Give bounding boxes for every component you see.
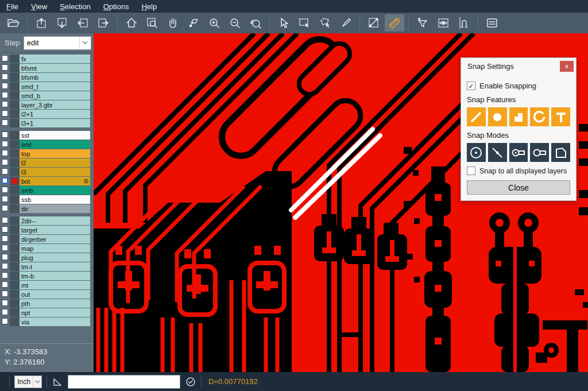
layer-name-label[interactable]: bot⊞ bbox=[20, 177, 90, 185]
layer-row[interactable]: l3 bbox=[0, 168, 94, 176]
snap-feature-pad-button[interactable] bbox=[488, 107, 507, 126]
layer-visibility-checkbox[interactable] bbox=[2, 101, 8, 107]
layer-visibility-checkbox[interactable] bbox=[2, 150, 8, 156]
zoom-out-button[interactable] bbox=[225, 14, 245, 32]
layer-visibility-checkbox[interactable] bbox=[2, 254, 8, 260]
layer-name-label[interactable]: smt bbox=[20, 140, 90, 149]
layer-visibility-checkbox[interactable] bbox=[2, 217, 8, 223]
chevron-down-icon[interactable] bbox=[79, 37, 91, 49]
layer-row[interactable]: 2dir-- bbox=[0, 216, 94, 225]
layer-name-label[interactable]: ssb bbox=[20, 195, 90, 204]
layer-visibility-checkbox[interactable] bbox=[2, 263, 8, 269]
layer-row[interactable]: pth bbox=[0, 299, 94, 308]
layer-name-label[interactable]: tm-b bbox=[20, 272, 90, 280]
snap-mode-pad-enter-button[interactable] bbox=[509, 143, 528, 162]
layer-name-label[interactable]: smd_t bbox=[20, 82, 90, 91]
layer-visibility-checkbox[interactable] bbox=[2, 83, 8, 89]
measure-input[interactable] bbox=[68, 375, 180, 389]
enable-snapping-row[interactable]: ✓ Enable Snapping bbox=[467, 82, 570, 90]
toggle-visibility-button[interactable] bbox=[434, 14, 453, 32]
layer-name-label[interactable]: bfsmt bbox=[20, 64, 90, 72]
layer-visibility-checkbox[interactable] bbox=[2, 300, 8, 306]
layer-name-label[interactable]: top bbox=[20, 149, 90, 158]
layer-row[interactable]: l2 bbox=[0, 158, 94, 167]
layer-visibility-checkbox[interactable] bbox=[2, 119, 8, 126]
layer-name-label[interactable]: l2+1 bbox=[20, 110, 90, 118]
enable-snapping-checkbox[interactable]: ✓ bbox=[467, 82, 475, 90]
snap-all-layers-row[interactable]: Snap to all displayed layers bbox=[467, 167, 570, 175]
menu-options[interactable]: Options bbox=[97, 0, 136, 13]
snap-mode-midpoint-button[interactable] bbox=[488, 143, 507, 162]
layer-name-label[interactable]: l3 bbox=[20, 168, 90, 176]
layer-visibility-checkbox[interactable] bbox=[2, 177, 8, 184]
layer-visibility-checkbox[interactable] bbox=[2, 187, 8, 193]
layer-grid-icon[interactable]: ⊞ bbox=[84, 178, 88, 184]
snap-mode-corner-button[interactable] bbox=[551, 143, 570, 162]
layer-name-label[interactable]: dir bbox=[20, 204, 90, 213]
layer-row[interactable]: layer_3.gbr bbox=[0, 100, 94, 109]
layer-row[interactable]: target bbox=[0, 226, 94, 234]
layer-row[interactable]: plug bbox=[0, 253, 94, 262]
layer-visibility-checkbox[interactable] bbox=[2, 196, 8, 202]
pan-up-button[interactable] bbox=[32, 14, 51, 32]
home-view-button[interactable] bbox=[122, 14, 141, 32]
polygon-select-button[interactable] bbox=[315, 14, 335, 32]
layer-row[interactable]: smt bbox=[0, 140, 94, 149]
layer-visibility-checkbox[interactable] bbox=[2, 141, 8, 147]
layer-row-active[interactable]: bot⊞ bbox=[0, 177, 94, 185]
layer-visibility-checkbox[interactable] bbox=[2, 131, 8, 138]
layer-visibility-checkbox[interactable] bbox=[2, 272, 8, 278]
menu-view[interactable]: View bbox=[25, 0, 53, 13]
chevron-down-icon[interactable] bbox=[33, 376, 41, 388]
vertex-move-button[interactable] bbox=[184, 14, 203, 32]
layer-row[interactable]: map bbox=[0, 244, 94, 253]
pointer-select-button[interactable] bbox=[274, 14, 293, 32]
layer-row[interactable]: dir bbox=[0, 204, 94, 213]
layer-visibility-checkbox[interactable] bbox=[2, 110, 8, 117]
snap-mode-center-button[interactable] bbox=[467, 143, 486, 162]
unit-select[interactable]: Inch bbox=[14, 375, 42, 388]
pan-left-button[interactable] bbox=[73, 14, 92, 32]
layer-row[interactable]: fx bbox=[0, 55, 94, 63]
filter-button[interactable] bbox=[413, 14, 432, 32]
snap-feature-line-button[interactable] bbox=[467, 107, 486, 126]
snap-button[interactable] bbox=[454, 14, 474, 32]
pan-down-button[interactable] bbox=[52, 14, 72, 32]
layer-row[interactable]: smb bbox=[0, 186, 94, 195]
snap-mode-pad-exit-button[interactable] bbox=[530, 143, 549, 162]
layer-name-label[interactable]: target bbox=[20, 226, 90, 234]
measure-distance-button[interactable] bbox=[364, 14, 384, 32]
layer-row[interactable]: l2+1 bbox=[0, 110, 94, 118]
layer-visibility-checkbox[interactable] bbox=[2, 92, 8, 98]
layer-row[interactable]: tm-t bbox=[0, 262, 94, 271]
layer-visibility-checkbox[interactable] bbox=[2, 55, 8, 61]
zoom-area-button[interactable] bbox=[142, 14, 162, 32]
close-button[interactable]: Close bbox=[467, 180, 570, 195]
sync-check-icon[interactable] bbox=[185, 376, 196, 388]
layer-visibility-checkbox[interactable] bbox=[2, 226, 8, 233]
layer-row[interactable]: via bbox=[0, 318, 94, 326]
pan-hand-button[interactable] bbox=[163, 14, 183, 32]
layer-row[interactable]: smd_b bbox=[0, 91, 94, 100]
layer-name-label[interactable]: out bbox=[20, 290, 90, 299]
layer-name-label[interactable]: bfsmb bbox=[20, 73, 90, 82]
layer-name-label[interactable]: via bbox=[20, 318, 90, 326]
layer-name-label[interactable]: smb bbox=[20, 186, 90, 195]
layer-name-label[interactable]: dirgerber bbox=[20, 235, 90, 243]
layer-name-label[interactable]: fx bbox=[20, 55, 90, 63]
open-button[interactable] bbox=[3, 14, 23, 32]
layers-panel-button[interactable] bbox=[482, 14, 502, 32]
step-select[interactable]: edit bbox=[24, 36, 91, 50]
snap-dialog-titlebar[interactable]: Snap Settings x bbox=[461, 58, 576, 74]
layer-visibility-checkbox[interactable] bbox=[2, 73, 8, 80]
layer-visibility-checkbox[interactable] bbox=[2, 318, 8, 324]
layer-row[interactable]: mt bbox=[0, 281, 94, 289]
rect-select-button[interactable] bbox=[295, 14, 314, 32]
layer-visibility-checkbox[interactable] bbox=[2, 235, 8, 242]
layer-name-label[interactable]: map bbox=[20, 244, 90, 253]
layer-row[interactable]: smd_t bbox=[0, 82, 94, 91]
layer-name-label[interactable]: plug bbox=[20, 253, 90, 262]
brush-select-button[interactable] bbox=[336, 14, 355, 32]
layer-row[interactable]: dirgerber bbox=[0, 235, 94, 243]
layer-visibility-checkbox[interactable] bbox=[2, 64, 8, 71]
